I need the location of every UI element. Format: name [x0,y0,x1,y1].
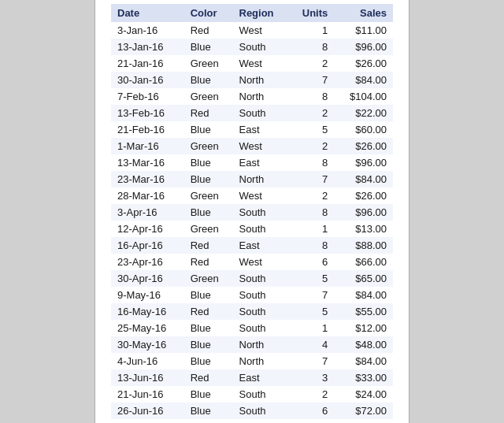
cell-3-1: Blue [184,72,233,88]
table-row: 7-Feb-16GreenNorth8$104.00 [111,88,393,105]
cell-22-0: 21-Jun-16 [111,386,184,403]
cell-4-4: $104.00 [334,88,393,105]
cell-9-4: $84.00 [334,171,393,187]
cell-0-4: $11.00 [334,22,393,39]
cell-2-0: 21-Jan-16 [111,55,184,72]
cell-13-4: $88.00 [334,237,393,254]
cell-15-2: South [233,270,289,287]
cell-3-4: $84.00 [334,72,393,88]
cell-5-4: $22.00 [334,105,393,121]
cell-15-1: Green [184,270,233,287]
cell-16-4: $84.00 [334,287,393,303]
table-row: 13-Jun-16RedEast3$33.00 [111,369,393,386]
cell-7-0: 1-Mar-16 [111,138,184,154]
cell-1-0: 13-Jan-16 [111,39,184,55]
cell-20-2: North [233,353,289,369]
table-row: 26-Jun-16BlueSouth6$72.00 [111,403,393,419]
cell-22-4: $24.00 [334,386,393,403]
table-row: 25-May-16BlueSouth1$12.00 [111,320,393,336]
table-row: 21-Jan-16GreenWest2$26.00 [111,55,393,72]
header-units: Units [289,4,335,22]
cell-6-1: Blue [184,121,233,138]
cell-5-0: 13-Feb-16 [111,105,184,121]
cell-6-3: 5 [289,121,335,138]
cell-5-3: 2 [289,105,335,121]
cell-19-1: Blue [184,336,233,353]
cell-4-2: North [233,88,289,105]
cell-4-3: 8 [289,88,335,105]
cell-1-3: 8 [289,39,335,55]
header-date: Date [111,4,184,22]
cell-13-0: 16-Apr-16 [111,237,184,254]
data-table-container: Date Color Region Units Sales 3-Jan-16Re… [94,0,410,423]
table-row: 23-Apr-16RedWest6$66.00 [111,254,393,270]
cell-0-1: Red [184,22,233,39]
table-row: 9-May-16BlueSouth7$84.00 [111,287,393,303]
cell-11-0: 3-Apr-16 [111,204,184,221]
table-row: 30-Apr-16GreenSouth5$65.00 [111,270,393,287]
cell-17-2: South [233,303,289,320]
cell-8-4: $96.00 [334,154,393,171]
cell-8-0: 13-Mar-16 [111,154,184,171]
cell-8-3: 8 [289,154,335,171]
cell-0-2: West [233,22,289,39]
cell-19-3: 4 [289,336,335,353]
table-row: 13-Jan-16BlueSouth8$96.00 [111,39,393,55]
table-row: 16-Apr-16RedEast8$88.00 [111,237,393,254]
cell-14-1: Red [184,254,233,270]
table-row: 4-Jun-16BlueNorth7$84.00 [111,353,393,369]
cell-21-0: 13-Jun-16 [111,369,184,386]
table-header-row: Date Color Region Units Sales [111,4,393,22]
cell-7-4: $26.00 [334,138,393,154]
cell-3-0: 30-Jan-16 [111,72,184,88]
cell-10-0: 28-Mar-16 [111,187,184,204]
cell-6-2: East [233,121,289,138]
cell-19-4: $48.00 [334,336,393,353]
data-table: Date Color Region Units Sales 3-Jan-16Re… [111,4,393,419]
cell-11-2: South [233,204,289,221]
cell-16-0: 9-May-16 [111,287,184,303]
cell-13-1: Red [184,237,233,254]
cell-23-0: 26-Jun-16 [111,403,184,419]
cell-1-1: Blue [184,39,233,55]
cell-20-1: Blue [184,353,233,369]
cell-13-3: 8 [289,237,335,254]
cell-9-0: 23-Mar-16 [111,171,184,187]
cell-16-1: Blue [184,287,233,303]
header-region: Region [233,4,289,22]
cell-18-0: 25-May-16 [111,320,184,336]
cell-12-3: 1 [289,221,335,237]
cell-15-4: $65.00 [334,270,393,287]
cell-20-3: 7 [289,353,335,369]
cell-18-2: South [233,320,289,336]
cell-21-4: $33.00 [334,369,393,386]
cell-8-1: Blue [184,154,233,171]
cell-10-1: Green [184,187,233,204]
cell-21-2: East [233,369,289,386]
cell-16-2: South [233,287,289,303]
cell-6-0: 21-Feb-16 [111,121,184,138]
cell-20-4: $84.00 [334,353,393,369]
cell-20-0: 4-Jun-16 [111,353,184,369]
cell-11-3: 8 [289,204,335,221]
cell-4-0: 7-Feb-16 [111,88,184,105]
cell-14-4: $66.00 [334,254,393,270]
cell-17-4: $55.00 [334,303,393,320]
cell-9-1: Blue [184,171,233,187]
cell-18-3: 1 [289,320,335,336]
cell-5-2: South [233,105,289,121]
table-row: 30-May-16BlueNorth4$48.00 [111,336,393,353]
cell-18-4: $12.00 [334,320,393,336]
cell-4-1: Green [184,88,233,105]
cell-15-0: 30-Apr-16 [111,270,184,287]
cell-13-2: East [233,237,289,254]
table-row: 13-Mar-16BlueEast8$96.00 [111,154,393,171]
cell-2-3: 2 [289,55,335,72]
cell-23-4: $72.00 [334,403,393,419]
cell-9-2: North [233,171,289,187]
cell-23-2: South [233,403,289,419]
cell-9-3: 7 [289,171,335,187]
table-row: 30-Jan-16BlueNorth7$84.00 [111,72,393,88]
cell-7-1: Green [184,138,233,154]
cell-22-2: South [233,386,289,403]
